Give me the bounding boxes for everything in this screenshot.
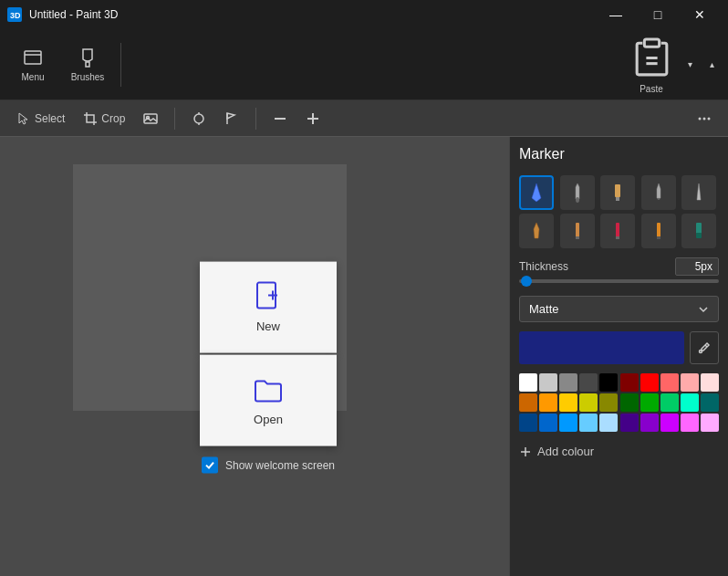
minus-button[interactable] xyxy=(267,108,293,130)
color-cell[interactable] xyxy=(519,373,537,392)
toolbar-right: Paste ▾ ▴ xyxy=(626,36,721,94)
welcome-checkbox-row: Show welcome screen xyxy=(202,456,335,473)
paste-dropdown-button[interactable]: ▾ xyxy=(681,36,699,94)
new-label: New xyxy=(256,319,280,333)
select-button[interactable]: Select xyxy=(11,108,70,130)
color-cell[interactable] xyxy=(559,373,577,392)
color-cell[interactable] xyxy=(579,414,598,432)
svg-rect-30 xyxy=(657,223,660,237)
brush-item-10[interactable] xyxy=(681,214,716,248)
color-cell[interactable] xyxy=(579,373,598,392)
toolbar: Menu Brushes Paste ▾ ▴ xyxy=(0,29,728,100)
color-cell[interactable] xyxy=(620,414,639,432)
brush-icon-3 xyxy=(607,182,629,204)
color-cell[interactable] xyxy=(701,373,719,392)
color-cell[interactable] xyxy=(579,393,598,412)
color-cell[interactable] xyxy=(660,373,679,392)
svg-point-11 xyxy=(194,114,203,123)
color-cell[interactable] xyxy=(660,393,679,412)
plus-button[interactable] xyxy=(300,108,326,130)
brush-item-8[interactable] xyxy=(600,214,635,248)
paste-button[interactable]: Paste xyxy=(626,36,677,94)
action-separator-2 xyxy=(255,108,256,130)
brush-item-6[interactable] xyxy=(519,214,554,248)
color-cell[interactable] xyxy=(539,373,557,392)
color-cell[interactable] xyxy=(559,393,577,412)
brushes-button[interactable]: Brushes xyxy=(62,36,113,94)
svg-rect-2 xyxy=(25,51,41,64)
maximize-button[interactable]: □ xyxy=(637,0,679,29)
new-card[interactable]: New xyxy=(200,261,337,352)
thickness-slider[interactable] xyxy=(519,279,719,283)
brush-item-5[interactable] xyxy=(681,175,716,210)
color-cell[interactable] xyxy=(681,414,699,432)
close-button[interactable]: ✕ xyxy=(679,0,721,29)
svg-rect-4 xyxy=(86,62,89,67)
color-cell[interactable] xyxy=(519,393,537,412)
window-title: Untitled - Paint 3D xyxy=(29,8,118,21)
undo-redo-collapse-button[interactable]: ▴ xyxy=(702,36,721,94)
color-cell[interactable] xyxy=(640,393,659,412)
open-card[interactable]: Open xyxy=(200,354,337,445)
crop-button[interactable]: Crop xyxy=(78,108,130,130)
color-cell[interactable] xyxy=(620,373,639,392)
minimize-button[interactable]: — xyxy=(595,0,637,29)
brush-icon-1 xyxy=(525,182,547,204)
color-cell[interactable] xyxy=(681,393,699,412)
color-cell[interactable] xyxy=(701,414,719,432)
active-color-swatch[interactable] xyxy=(519,331,684,364)
window-controls: — □ ✕ xyxy=(595,0,721,29)
brush-item-4[interactable] xyxy=(641,175,676,210)
image-button[interactable] xyxy=(138,108,163,130)
panel-title: Marker xyxy=(519,146,719,162)
open-label: Open xyxy=(254,413,283,426)
action-bar: Select Crop xyxy=(0,100,728,137)
color-cell[interactable] xyxy=(701,393,719,412)
eyedropper-button[interactable] xyxy=(690,331,719,364)
color-cell[interactable] xyxy=(660,414,679,432)
brush-item-3[interactable] xyxy=(600,175,635,210)
show-welcome-checkbox[interactable] xyxy=(202,456,218,473)
svg-rect-29 xyxy=(616,236,619,239)
select-icon xyxy=(16,111,31,126)
crop-icon xyxy=(83,111,98,126)
color-cell[interactable] xyxy=(681,373,699,392)
show-welcome-label: Show welcome screen xyxy=(225,458,335,471)
new-file-icon xyxy=(252,281,285,314)
color-cell[interactable] xyxy=(519,414,537,432)
canvas-area[interactable]: New Open Show welcome screen xyxy=(0,137,509,576)
finish-dropdown[interactable]: Matte xyxy=(519,296,719,322)
color-cell[interactable] xyxy=(559,414,577,432)
color-cell[interactable] xyxy=(599,414,618,432)
checkmark-icon xyxy=(204,459,215,470)
app-icon: 3D xyxy=(7,7,22,22)
svg-rect-32 xyxy=(696,223,702,234)
color-cell[interactable] xyxy=(640,414,659,432)
toolbar-separator xyxy=(120,43,121,87)
right-panel: Marker xyxy=(509,137,728,576)
svg-rect-31 xyxy=(657,236,660,239)
thickness-handle[interactable] xyxy=(521,276,532,287)
flag-button[interactable] xyxy=(219,108,244,130)
color-cell[interactable] xyxy=(640,373,659,392)
color-cell[interactable] xyxy=(539,414,557,432)
brush-icon-8 xyxy=(607,220,629,242)
color-cell[interactable] xyxy=(539,393,557,412)
brush-icon-7 xyxy=(567,220,588,242)
color-cell[interactable] xyxy=(620,393,639,412)
thickness-value[interactable]: 5px xyxy=(675,257,719,276)
add-colour-button[interactable]: Add colour xyxy=(519,441,719,462)
brush-item-7[interactable] xyxy=(560,214,595,248)
color-cell[interactable] xyxy=(599,393,618,412)
more-icon xyxy=(697,111,712,126)
menu-button[interactable]: Menu xyxy=(7,36,58,94)
brush-item-1[interactable] xyxy=(519,175,554,210)
plus-icon xyxy=(306,111,320,126)
magic-button[interactable] xyxy=(186,108,212,130)
color-cell[interactable] xyxy=(599,373,618,392)
brush-item-9[interactable] xyxy=(641,214,676,248)
svg-point-17 xyxy=(699,117,702,120)
brush-item-2[interactable] xyxy=(560,175,595,210)
more-button[interactable] xyxy=(692,108,717,130)
svg-point-23 xyxy=(576,197,579,203)
